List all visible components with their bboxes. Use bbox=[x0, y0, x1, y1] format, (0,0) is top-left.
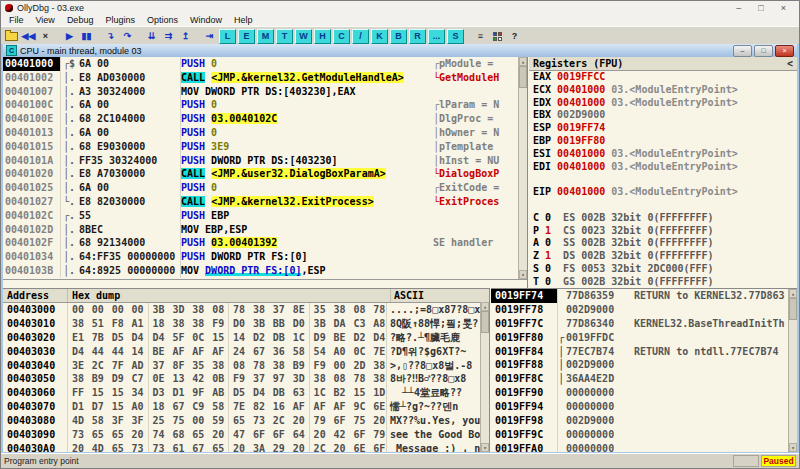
disasm-row[interactable]: 00401027└.E8 82030000CALL <JMP.&kernel32… bbox=[3, 195, 518, 209]
stack-row[interactable]: 0019FF98002D9000 bbox=[491, 414, 788, 428]
menu-file[interactable]: File bbox=[3, 14, 30, 26]
dump-row[interactable]: 00403000000000003B3D38087838378E35380878… bbox=[3, 303, 489, 317]
animate-over-button[interactable]: ⇉ bbox=[160, 29, 177, 44]
cpu-window-titlebar[interactable]: C CPU - main thread, module 03 – □ × bbox=[3, 44, 797, 57]
appearance-button[interactable] bbox=[489, 29, 506, 44]
stack-row[interactable]: 0019FF9400000000 bbox=[491, 400, 788, 414]
register-row[interactable]: ESI 00401000 03.<ModuleEntryPoint> bbox=[529, 148, 797, 161]
disasm-row[interactable]: 00401000┌$6A 00PUSH 0┌pModule = bbox=[3, 57, 518, 71]
flag-row[interactable]: A 0 SS 002B 32bit 0(FFFFFFFF) bbox=[529, 237, 797, 250]
view-windows-button[interactable]: W bbox=[295, 29, 312, 44]
flag-row[interactable]: C 0 ES 002B 32bit 0(FFFFFFFF) bbox=[529, 212, 797, 225]
close-button[interactable]: × bbox=[781, 3, 786, 13]
stack-row[interactable]: 0019FF9000000000 bbox=[491, 386, 788, 400]
disasm-row[interactable]: 00401020│.E8 A7030000CALL <JMP.&user32.D… bbox=[3, 167, 518, 181]
dump-row[interactable]: 004030103851F8A1183838F9D03BBBD03BDAC3A8… bbox=[3, 317, 489, 331]
register-row[interactable] bbox=[529, 173, 797, 186]
maximize-button[interactable]: □ bbox=[758, 3, 763, 13]
dump-row[interactable]: 00403030D4444414BEAFAFAF2467365854A00C7E… bbox=[3, 345, 489, 359]
disasm-row[interactable]: 0040101A│.FF35 30324000PUSH DWORD PTR DS… bbox=[3, 154, 518, 168]
stack-row[interactable]: 0019FF88│002D9000 bbox=[491, 358, 788, 372]
flag-row[interactable]: T 0 GS 002B 32bit 0(FFFFFFFF) bbox=[529, 276, 797, 288]
step-into-button[interactable]: ↴ bbox=[102, 29, 119, 44]
dump-row[interactable]: 00403020E17BD5D4D45F0C1514D2DB1CD9BED2D4… bbox=[3, 331, 489, 345]
register-row[interactable]: ECX 00401000 03.<ModuleEntryPoint> bbox=[529, 84, 797, 97]
menu-plugins[interactable]: Plugins bbox=[99, 14, 141, 26]
disasm-row[interactable]: 0040102D│.8BECMOV EBP,ESP bbox=[3, 223, 518, 237]
dump-row[interactable]: 00403070D1D715A01867C9587E8216AFAFAF9C6E… bbox=[3, 400, 489, 414]
registers-collapse-button[interactable]: < bbox=[787, 58, 793, 69]
view-run-trace-button[interactable]: ... bbox=[428, 29, 445, 44]
stack-row[interactable]: 0019FF9C00000000 bbox=[491, 428, 788, 442]
stack-row[interactable]: 0019FF7477D86359RETURN to KERNEL32.77D86… bbox=[491, 289, 788, 303]
stack-row[interactable]: 0019FF78002D9000 bbox=[491, 303, 788, 317]
menu-view[interactable]: View bbox=[30, 14, 61, 26]
disasm-row[interactable]: 00401025│.6A 00PUSH 0┌ExitCode = bbox=[3, 181, 518, 195]
stack-scrollbar[interactable]: ▴ ▾ bbox=[788, 289, 797, 452]
stack-row[interactable]: 0019FF7C77D86340KERNEL32.BaseThreadInitT… bbox=[491, 317, 788, 331]
disasm-row[interactable]: 0040102C┌.55PUSH EBP bbox=[3, 209, 518, 223]
disasm-row[interactable]: 00401013│.6A 00PUSH 0│hOwner = N bbox=[3, 126, 518, 140]
goto-button[interactable]: ⇥ bbox=[201, 29, 218, 44]
view-source-button[interactable]: S bbox=[447, 29, 464, 44]
cpu-minimize-button[interactable]: – bbox=[733, 45, 752, 57]
disasm-row[interactable]: 0040100E│.68 2C104000PUSH 03.0040102C│Dl… bbox=[3, 112, 518, 126]
scroll-up-icon[interactable]: ▴ bbox=[481, 302, 489, 311]
help-button[interactable]: ? bbox=[506, 29, 523, 44]
stack-row[interactable]: 0019FF80┌0019FFDC bbox=[491, 331, 788, 345]
view-log-button[interactable]: L bbox=[219, 29, 236, 44]
scrollbar-thumb[interactable] bbox=[519, 66, 527, 88]
register-row[interactable]: EBX 002D9000 bbox=[529, 109, 797, 122]
scroll-down-icon[interactable]: ▾ bbox=[789, 443, 797, 452]
dump-row[interactable]: 0040305038B9D9C70E13420BF937973D38087838… bbox=[3, 372, 489, 386]
execute-till-return-button[interactable]: ↥ bbox=[177, 29, 194, 44]
open-button[interactable] bbox=[3, 29, 20, 44]
dump-row[interactable]: 00403060FF151534D3D19FABD5D4DB631CB2151D… bbox=[3, 386, 489, 400]
view-patches-button[interactable]: / bbox=[352, 29, 369, 44]
pause-button[interactable]: ▮▮ bbox=[78, 29, 95, 44]
disasm-row[interactable]: 0040102F│.68 92134000PUSH 03.00401392SE … bbox=[3, 236, 518, 250]
close-target-button[interactable]: × bbox=[37, 29, 54, 44]
scrollbar-thumb[interactable] bbox=[789, 298, 797, 320]
menu-window[interactable]: Window bbox=[184, 14, 228, 26]
view-handles-button[interactable]: H bbox=[314, 29, 331, 44]
view-threads-button[interactable]: T bbox=[276, 29, 293, 44]
register-row[interactable]: EDI 00401000 03.<ModuleEntryPoint> bbox=[529, 161, 797, 174]
disasm-row[interactable]: 00401007│.A3 30324000MOV DWORD PTR DS:[4… bbox=[3, 85, 518, 99]
disassembly-scrollbar[interactable]: ▴ ▾ bbox=[518, 57, 527, 279]
dump-row[interactable]: 004030403E2C7FAD378F3538087838B9F9002D38… bbox=[3, 359, 489, 373]
scroll-down-icon[interactable]: ▾ bbox=[481, 443, 489, 452]
dump-row[interactable]: 004030A0204D657373616765203A29202C206E6F… bbox=[3, 442, 489, 452]
view-references-button[interactable]: R bbox=[409, 29, 426, 44]
register-row[interactable]: EIP 00401000 03.<ModuleEntryPoint> bbox=[529, 186, 797, 199]
windows-list-button[interactable]: ≡ bbox=[472, 29, 489, 44]
disasm-row[interactable]: 00401034│.64:FF35 00000000PUSH DWORD PTR… bbox=[3, 250, 518, 264]
disasm-row[interactable]: 00401015│.68 E9030000PUSH 3E9│pTemplate bbox=[3, 140, 518, 154]
register-row[interactable]: EAX 0019FFCC bbox=[529, 71, 797, 84]
scroll-down-icon[interactable]: ▾ bbox=[519, 270, 527, 279]
register-row[interactable]: ESP 0019FF74 bbox=[529, 122, 797, 135]
register-row[interactable]: EDX 00401000 03.<ModuleEntryPoint> bbox=[529, 97, 797, 110]
disasm-row[interactable]: 00401002│.E8 AD030000CALL <JMP.&kernel32… bbox=[3, 71, 518, 85]
view-memory-button[interactable]: M bbox=[257, 29, 274, 44]
menu-debug[interactable]: Debug bbox=[61, 14, 100, 26]
menu-help[interactable]: Help bbox=[228, 14, 259, 26]
stack-row[interactable]: 0019FF84│77EC7B74RETURN to ntdll.77EC7B7… bbox=[491, 345, 788, 359]
register-row[interactable] bbox=[529, 199, 797, 212]
step-over-button[interactable]: ↷ bbox=[119, 29, 136, 44]
restart-button[interactable]: ◀◀ bbox=[20, 29, 37, 44]
dump-row[interactable]: 004030804D583F3F2575005965732C20796F7520… bbox=[3, 414, 489, 428]
flag-row[interactable]: Z 1 DS 002B 32bit 0(FFFFFFFF) bbox=[529, 250, 797, 263]
view-executables-button[interactable]: E bbox=[238, 29, 255, 44]
cpu-maximize-button[interactable]: □ bbox=[754, 45, 773, 57]
cpu-close-button[interactable]: × bbox=[775, 45, 794, 57]
run-button[interactable]: ▶ bbox=[61, 29, 78, 44]
register-row[interactable]: EBP 0019FF80 bbox=[529, 135, 797, 148]
dump-scrollbar[interactable]: ▴ ▾ bbox=[480, 302, 489, 452]
animate-into-button[interactable]: ⇊ bbox=[143, 29, 160, 44]
view-breakpoints-button[interactable]: B bbox=[390, 29, 407, 44]
stack-row[interactable]: 0019FF8C│36AA4E2D bbox=[491, 372, 788, 386]
flag-row[interactable]: S 0 FS 0053 32bit 2DC000(FFF) bbox=[529, 263, 797, 276]
scrollbar-thumb[interactable] bbox=[481, 311, 489, 333]
view-call-stack-button[interactable]: K bbox=[371, 29, 388, 44]
